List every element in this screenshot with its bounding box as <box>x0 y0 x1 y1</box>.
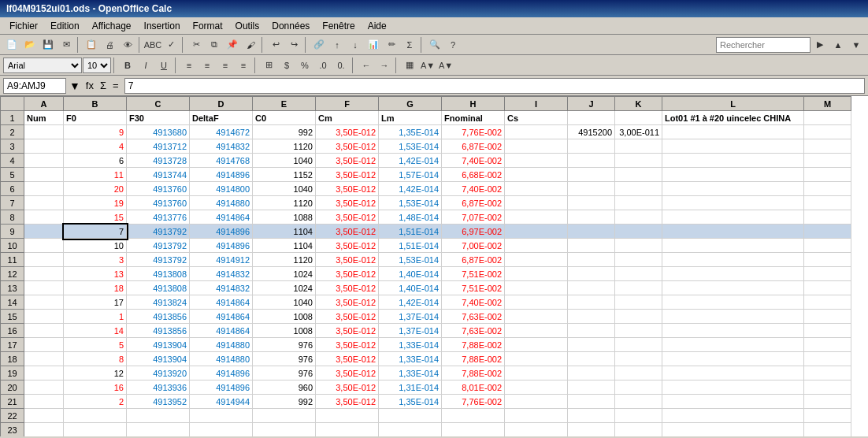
cell-2-j[interactable]: 4915200 <box>568 125 615 139</box>
cell-7-f[interactable]: 3,50E-012 <box>316 196 379 210</box>
cell-17-f[interactable]: 3,50E-012 <box>316 338 379 352</box>
cell-2-e[interactable]: 992 <box>253 125 316 139</box>
cell-5-g[interactable]: 1,57E-014 <box>379 168 442 182</box>
cell-1-k[interactable] <box>615 111 662 125</box>
cell-3-a[interactable] <box>24 139 64 154</box>
cell-10-j[interactable] <box>568 239 615 253</box>
col-header-a[interactable]: A <box>24 97 64 111</box>
cell-22-m[interactable] <box>804 409 851 423</box>
cell-23-l[interactable] <box>662 423 804 437</box>
cell-21-f[interactable]: 3,50E-012 <box>316 395 379 409</box>
cell-11-f[interactable]: 3,50E-012 <box>316 253 379 267</box>
cell-19-h[interactable]: 7,88E-002 <box>442 366 505 380</box>
cell-9-l[interactable] <box>662 225 804 239</box>
format-btn[interactable]: 🖌 <box>242 36 259 54</box>
cell-13-l[interactable] <box>662 281 804 295</box>
cell-16-k[interactable] <box>615 324 662 338</box>
cell-18-g[interactable]: 1,33E-014 <box>379 352 442 366</box>
cell-9-f[interactable]: 3,50E-012 <box>316 225 379 239</box>
cell-19-b[interactable]: 12 <box>64 366 127 380</box>
cell-10-h[interactable]: 7,00E-002 <box>442 239 505 253</box>
cell-16-j[interactable] <box>568 324 615 338</box>
menu-item-données[interactable]: Données <box>265 19 316 33</box>
cell-7-g[interactable]: 1,53E-014 <box>379 196 442 210</box>
cell-21-b[interactable]: 2 <box>64 395 127 409</box>
cell-19-f[interactable]: 3,50E-012 <box>316 366 379 380</box>
cell-6-d[interactable]: 4914800 <box>190 182 253 196</box>
cell-15-e[interactable]: 1008 <box>253 310 316 324</box>
sort-asc-btn[interactable]: ↑ <box>328 36 346 54</box>
cell-14-h[interactable]: 7,40E-002 <box>442 295 505 310</box>
redo-btn[interactable]: ↪ <box>285 36 302 54</box>
draw-btn[interactable]: ✏ <box>383 36 400 54</box>
currency-btn[interactable]: $ <box>278 57 295 74</box>
menu-item-fichier[interactable]: Fichier <box>3 19 44 33</box>
cell-7-k[interactable] <box>615 196 662 210</box>
cell-5-j[interactable] <box>568 168 615 182</box>
cell-12-f[interactable]: 3,50E-012 <box>316 267 379 281</box>
cell-4-e[interactable]: 1040 <box>253 154 316 168</box>
table-row[interactable]: 175491390449148809763,50E-0121,33E-0147,… <box>1 338 851 352</box>
justify-btn[interactable]: ≡ <box>235 57 252 74</box>
table-row[interactable]: 974913792491489611043,50E-0121,51E-0146,… <box>1 225 851 239</box>
cell-10-l[interactable] <box>662 239 804 253</box>
cell-13-d[interactable]: 4914832 <box>190 281 253 295</box>
bold-btn[interactable]: B <box>119 57 136 74</box>
underline-btn[interactable]: U <box>155 57 172 74</box>
cell-7-c[interactable]: 4913760 <box>127 196 190 210</box>
cell-11-c[interactable]: 4913792 <box>127 253 190 267</box>
cell-8-m[interactable] <box>804 210 851 225</box>
cell-22-c[interactable] <box>127 409 190 423</box>
cell-16-e[interactable]: 1008 <box>253 324 316 338</box>
col-header-e[interactable]: E <box>253 97 316 111</box>
align-right-btn[interactable]: ≡ <box>217 57 234 74</box>
col-header-d[interactable]: D <box>190 97 253 111</box>
cell-9-c[interactable]: 4913792 <box>127 225 190 239</box>
cell-20-j[interactable] <box>568 380 615 395</box>
cell-4-j[interactable] <box>568 154 615 168</box>
cell-9-j[interactable] <box>568 225 615 239</box>
cell-13-j[interactable] <box>568 281 615 295</box>
cell-23-a[interactable] <box>24 423 64 437</box>
formula-input[interactable] <box>124 78 865 94</box>
cell-23-e[interactable] <box>253 423 316 437</box>
cell-16-i[interactable] <box>505 324 568 338</box>
col-header-j[interactable]: J <box>568 97 615 111</box>
menu-item-outils[interactable]: Outils <box>229 19 266 33</box>
cell-17-e[interactable]: 976 <box>253 338 316 352</box>
cell-16-b[interactable]: 14 <box>64 324 127 338</box>
cell-3-l[interactable] <box>662 139 804 154</box>
cell-18-m[interactable] <box>804 352 851 366</box>
cell-8-g[interactable]: 1,48E-014 <box>379 210 442 225</box>
cell-13-g[interactable]: 1,40E-014 <box>379 281 442 295</box>
cell-8-k[interactable] <box>615 210 662 225</box>
menu-item-fenêtre[interactable]: Fenêtre <box>316 19 361 33</box>
cell-3-b[interactable]: 4 <box>64 139 127 154</box>
cell-23-d[interactable] <box>190 423 253 437</box>
cell-8-a[interactable] <box>24 210 64 225</box>
cell-2-g[interactable]: 1,35E-014 <box>379 125 442 139</box>
cell-6-i[interactable] <box>505 182 568 196</box>
cell-1-f[interactable]: Cm <box>316 111 379 125</box>
cell-21-e[interactable]: 992 <box>253 395 316 409</box>
cell-15-k[interactable] <box>615 310 662 324</box>
cell-3-h[interactable]: 6,87E-002 <box>442 139 505 154</box>
cell-13-i[interactable] <box>505 281 568 295</box>
table-row[interactable]: 14174913824491486410403,50E-0121,42E-014… <box>1 295 851 310</box>
cell-13-m[interactable] <box>804 281 851 295</box>
cell-21-j[interactable] <box>568 395 615 409</box>
cell-12-j[interactable] <box>568 267 615 281</box>
cell-6-e[interactable]: 1040 <box>253 182 316 196</box>
cell-14-c[interactable]: 4913824 <box>127 295 190 310</box>
cell-3-c[interactable]: 4913712 <box>127 139 190 154</box>
cell-23-f[interactable] <box>316 423 379 437</box>
cell-12-e[interactable]: 1024 <box>253 267 316 281</box>
cell-20-l[interactable] <box>662 380 804 395</box>
cell-6-c[interactable]: 4913760 <box>127 182 190 196</box>
sort-desc-btn[interactable]: ↓ <box>347 36 364 54</box>
open-btn[interactable]: 📂 <box>21 36 39 54</box>
cell-4-l[interactable] <box>662 154 804 168</box>
cell-11-m[interactable] <box>804 253 851 267</box>
table-row[interactable]: 188491390449148809763,50E-0121,33E-0147,… <box>1 352 851 366</box>
cell-18-c[interactable]: 4913904 <box>127 352 190 366</box>
